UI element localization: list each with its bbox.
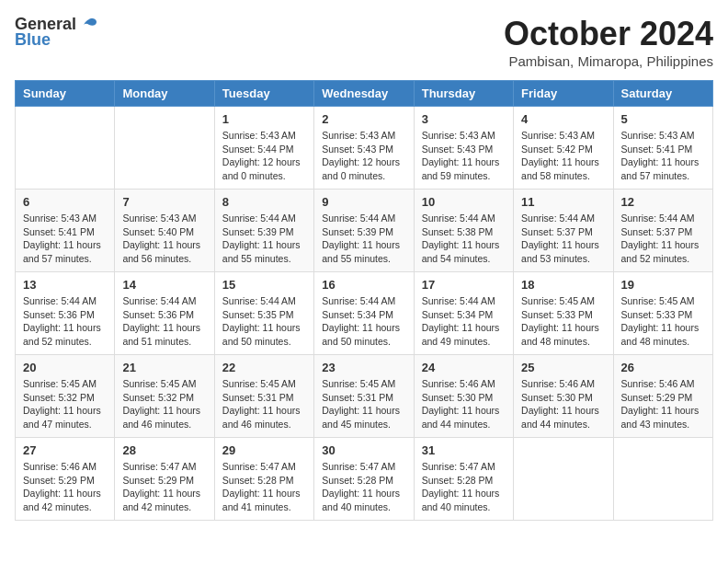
calendar-cell: 25Sunrise: 5:46 AM Sunset: 5:30 PM Dayli… bbox=[514, 355, 613, 438]
day-number: 11 bbox=[521, 195, 605, 209]
logo: General Blue bbox=[15, 15, 98, 50]
calendar-cell: 1Sunrise: 5:43 AM Sunset: 5:44 PM Daylig… bbox=[214, 107, 313, 190]
calendar-cell: 21Sunrise: 5:45 AM Sunset: 5:32 PM Dayli… bbox=[115, 355, 214, 438]
calendar-cell: 27Sunrise: 5:46 AM Sunset: 5:29 PM Dayli… bbox=[16, 438, 115, 521]
col-wednesday: Wednesday bbox=[314, 81, 414, 107]
day-info: Sunrise: 5:45 AM Sunset: 5:33 PM Dayligh… bbox=[521, 294, 605, 349]
day-info: Sunrise: 5:44 AM Sunset: 5:34 PM Dayligh… bbox=[322, 294, 405, 349]
calendar-cell: 15Sunrise: 5:44 AM Sunset: 5:35 PM Dayli… bbox=[214, 272, 313, 355]
calendar-cell: 4Sunrise: 5:43 AM Sunset: 5:42 PM Daylig… bbox=[514, 107, 613, 190]
day-info: Sunrise: 5:44 AM Sunset: 5:36 PM Dayligh… bbox=[23, 294, 107, 349]
day-number: 20 bbox=[23, 361, 107, 374]
day-number: 31 bbox=[422, 443, 506, 457]
day-number: 12 bbox=[621, 195, 705, 209]
day-number: 21 bbox=[122, 361, 206, 374]
day-info: Sunrise: 5:43 AM Sunset: 5:43 PM Dayligh… bbox=[322, 129, 405, 183]
day-number: 1 bbox=[222, 112, 306, 126]
calendar-cell: 31Sunrise: 5:47 AM Sunset: 5:28 PM Dayli… bbox=[414, 438, 513, 521]
col-saturday: Saturday bbox=[613, 81, 712, 107]
day-info: Sunrise: 5:45 AM Sunset: 5:32 PM Dayligh… bbox=[23, 377, 107, 431]
day-number: 17 bbox=[422, 278, 506, 292]
calendar-cell: 28Sunrise: 5:47 AM Sunset: 5:29 PM Dayli… bbox=[115, 438, 214, 521]
calendar-cell: 24Sunrise: 5:46 AM Sunset: 5:30 PM Dayli… bbox=[414, 355, 513, 438]
calendar-cell: 23Sunrise: 5:45 AM Sunset: 5:31 PM Dayli… bbox=[314, 355, 414, 438]
day-info: Sunrise: 5:47 AM Sunset: 5:28 PM Dayligh… bbox=[322, 460, 405, 514]
col-monday: Monday bbox=[115, 81, 214, 107]
calendar-cell: 3Sunrise: 5:43 AM Sunset: 5:43 PM Daylig… bbox=[414, 107, 513, 190]
day-info: Sunrise: 5:46 AM Sunset: 5:29 PM Dayligh… bbox=[621, 377, 705, 431]
week-row-4: 20Sunrise: 5:45 AM Sunset: 5:32 PM Dayli… bbox=[16, 355, 713, 438]
day-info: Sunrise: 5:45 AM Sunset: 5:33 PM Dayligh… bbox=[621, 294, 705, 349]
day-info: Sunrise: 5:47 AM Sunset: 5:28 PM Dayligh… bbox=[222, 460, 306, 514]
day-info: Sunrise: 5:47 AM Sunset: 5:29 PM Dayligh… bbox=[122, 460, 206, 514]
calendar-cell bbox=[613, 438, 712, 521]
logo-blue-text: Blue bbox=[15, 30, 51, 50]
day-info: Sunrise: 5:45 AM Sunset: 5:31 PM Dayligh… bbox=[222, 377, 306, 431]
calendar-cell bbox=[115, 107, 214, 190]
day-info: Sunrise: 5:46 AM Sunset: 5:30 PM Dayligh… bbox=[422, 377, 506, 431]
calendar-cell: 29Sunrise: 5:47 AM Sunset: 5:28 PM Dayli… bbox=[214, 438, 313, 521]
calendar-cell: 22Sunrise: 5:45 AM Sunset: 5:31 PM Dayli… bbox=[214, 355, 313, 438]
day-info: Sunrise: 5:44 AM Sunset: 5:34 PM Dayligh… bbox=[422, 294, 506, 349]
calendar-cell bbox=[514, 438, 613, 521]
calendar-cell: 10Sunrise: 5:44 AM Sunset: 5:38 PM Dayli… bbox=[414, 190, 513, 272]
day-number: 28 bbox=[122, 443, 206, 457]
calendar-cell: 7Sunrise: 5:43 AM Sunset: 5:40 PM Daylig… bbox=[115, 190, 214, 272]
day-info: Sunrise: 5:43 AM Sunset: 5:40 PM Dayligh… bbox=[122, 212, 206, 266]
calendar-cell: 6Sunrise: 5:43 AM Sunset: 5:41 PM Daylig… bbox=[16, 190, 115, 272]
day-info: Sunrise: 5:44 AM Sunset: 5:37 PM Dayligh… bbox=[621, 212, 705, 266]
day-number: 4 bbox=[521, 112, 605, 126]
day-info: Sunrise: 5:45 AM Sunset: 5:32 PM Dayligh… bbox=[122, 377, 206, 431]
calendar-cell: 26Sunrise: 5:46 AM Sunset: 5:29 PM Dayli… bbox=[613, 355, 712, 438]
day-number: 25 bbox=[521, 361, 605, 374]
calendar-cell: 2Sunrise: 5:43 AM Sunset: 5:43 PM Daylig… bbox=[314, 107, 414, 190]
week-row-1: 1Sunrise: 5:43 AM Sunset: 5:44 PM Daylig… bbox=[16, 107, 713, 190]
month-title: October 2024 bbox=[504, 15, 713, 53]
day-info: Sunrise: 5:43 AM Sunset: 5:41 PM Dayligh… bbox=[621, 129, 705, 183]
day-info: Sunrise: 5:46 AM Sunset: 5:30 PM Dayligh… bbox=[521, 377, 605, 431]
calendar-cell: 30Sunrise: 5:47 AM Sunset: 5:28 PM Dayli… bbox=[314, 438, 414, 521]
day-number: 30 bbox=[322, 443, 405, 457]
day-number: 23 bbox=[322, 361, 405, 374]
calendar-table: Sunday Monday Tuesday Wednesday Thursday… bbox=[15, 80, 713, 521]
day-number: 16 bbox=[322, 278, 405, 292]
day-info: Sunrise: 5:44 AM Sunset: 5:37 PM Dayligh… bbox=[521, 212, 605, 266]
week-row-5: 27Sunrise: 5:46 AM Sunset: 5:29 PM Dayli… bbox=[16, 438, 713, 521]
day-info: Sunrise: 5:43 AM Sunset: 5:41 PM Dayligh… bbox=[23, 212, 107, 266]
day-number: 18 bbox=[521, 278, 605, 292]
day-number: 27 bbox=[23, 443, 107, 457]
day-info: Sunrise: 5:45 AM Sunset: 5:31 PM Dayligh… bbox=[322, 377, 405, 431]
calendar-cell: 14Sunrise: 5:44 AM Sunset: 5:36 PM Dayli… bbox=[115, 272, 214, 355]
day-number: 22 bbox=[222, 361, 306, 374]
day-info: Sunrise: 5:44 AM Sunset: 5:36 PM Dayligh… bbox=[122, 294, 206, 349]
calendar-cell: 12Sunrise: 5:44 AM Sunset: 5:37 PM Dayli… bbox=[613, 190, 712, 272]
calendar-cell: 18Sunrise: 5:45 AM Sunset: 5:33 PM Dayli… bbox=[514, 272, 613, 355]
day-number: 29 bbox=[222, 443, 306, 457]
calendar-cell: 8Sunrise: 5:44 AM Sunset: 5:39 PM Daylig… bbox=[214, 190, 313, 272]
col-sunday: Sunday bbox=[16, 81, 115, 107]
calendar-cell: 9Sunrise: 5:44 AM Sunset: 5:39 PM Daylig… bbox=[314, 190, 414, 272]
day-info: Sunrise: 5:44 AM Sunset: 5:39 PM Dayligh… bbox=[222, 212, 306, 266]
day-number: 8 bbox=[222, 195, 306, 209]
calendar-cell: 5Sunrise: 5:43 AM Sunset: 5:41 PM Daylig… bbox=[613, 107, 712, 190]
day-number: 5 bbox=[621, 112, 705, 126]
day-info: Sunrise: 5:44 AM Sunset: 5:39 PM Dayligh… bbox=[322, 212, 405, 266]
day-number: 10 bbox=[422, 195, 506, 209]
col-thursday: Thursday bbox=[414, 81, 513, 107]
day-info: Sunrise: 5:46 AM Sunset: 5:29 PM Dayligh… bbox=[23, 460, 107, 514]
col-friday: Friday bbox=[514, 81, 613, 107]
day-info: Sunrise: 5:44 AM Sunset: 5:35 PM Dayligh… bbox=[222, 294, 306, 349]
col-tuesday: Tuesday bbox=[214, 81, 313, 107]
logo-bird-icon bbox=[80, 16, 98, 34]
day-number: 15 bbox=[222, 278, 306, 292]
day-number: 26 bbox=[621, 361, 705, 374]
day-info: Sunrise: 5:43 AM Sunset: 5:44 PM Dayligh… bbox=[222, 129, 306, 183]
calendar-cell: 19Sunrise: 5:45 AM Sunset: 5:33 PM Dayli… bbox=[613, 272, 712, 355]
day-info: Sunrise: 5:44 AM Sunset: 5:38 PM Dayligh… bbox=[422, 212, 506, 266]
calendar-cell: 13Sunrise: 5:44 AM Sunset: 5:36 PM Dayli… bbox=[16, 272, 115, 355]
title-block: October 2024 Pambisan, Mimaropa, Philipp… bbox=[504, 15, 713, 69]
day-info: Sunrise: 5:47 AM Sunset: 5:28 PM Dayligh… bbox=[422, 460, 506, 514]
day-number: 14 bbox=[122, 278, 206, 292]
calendar-cell bbox=[16, 107, 115, 190]
calendar-cell: 16Sunrise: 5:44 AM Sunset: 5:34 PM Dayli… bbox=[314, 272, 414, 355]
